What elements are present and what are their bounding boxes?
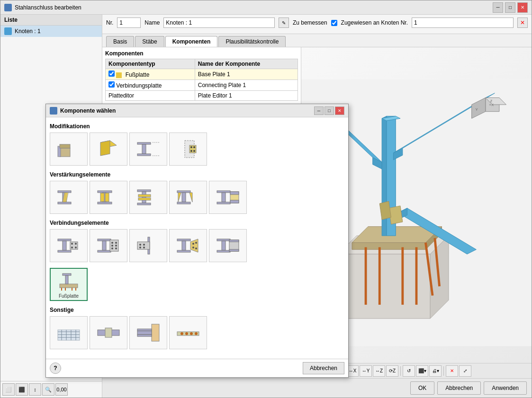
svg-marker-69: [178, 193, 181, 202]
svg-rect-134: [137, 331, 152, 335]
form-area: Nr. Name ✎ Zu bemessen Zugewiesen an Kno…: [102, 15, 532, 34]
view-btn-1[interactable]: ⬜: [2, 383, 15, 396]
dialog-cancel-button[interactable]: Abbrechen: [303, 362, 344, 374]
so-icon-3[interactable]: [129, 316, 167, 349]
fp-label-1: Fußplatte: [59, 293, 79, 299]
list-header: Liste: [0, 15, 102, 26]
section-modifikationen: Modifikationen: [50, 123, 344, 130]
name-label: Name: [144, 19, 160, 26]
col-name-header: Name der Komponente: [195, 59, 298, 69]
dialog-close-btn[interactable]: ✕: [335, 106, 344, 115]
vp-expand-btn[interactable]: ⤢: [459, 365, 471, 377]
vs-icon-3[interactable]: [129, 181, 167, 214]
svg-point-108: [195, 248, 197, 249]
icon-grid-verbindung: [50, 229, 344, 262]
row-check-1[interactable]: [108, 71, 115, 77]
vp-y-btn[interactable]: ↔Y: [360, 365, 372, 377]
col-type-header: Komponententyp: [106, 59, 195, 69]
row-type-3: Platteditor: [106, 91, 195, 101]
so-icon-1[interactable]: [50, 316, 88, 349]
icon-grid-fussplatte: Fußplatte: [50, 268, 344, 301]
tab-staebe[interactable]: Stäbe: [135, 36, 164, 47]
vb-icon-1[interactable]: [50, 229, 88, 262]
icon-grid-modifikationen: [50, 133, 344, 166]
svg-point-89: [111, 242, 113, 244]
view-btn-3[interactable]: ↕: [29, 383, 41, 396]
tab-plausibilitaet[interactable]: Plausibilitätskontrolle: [218, 36, 286, 47]
svg-point-81: [71, 243, 73, 245]
vp-iso-btn[interactable]: ⟳Z: [386, 365, 398, 377]
svg-point-139: [185, 332, 188, 335]
vp-clear-btn[interactable]: ✕: [446, 365, 458, 377]
vp-print-btn[interactable]: 🖨▾: [429, 365, 442, 377]
svg-point-141: [195, 332, 198, 335]
svg-rect-67: [182, 193, 186, 202]
edit-button[interactable]: ✎: [279, 18, 289, 28]
vb-icon-5[interactable]: [209, 229, 247, 262]
svg-rect-36: [60, 148, 70, 157]
zugewiesen-input[interactable]: [412, 18, 514, 28]
dialog-controls: ─ □ ✕: [314, 106, 344, 115]
svg-rect-43: [137, 154, 151, 156]
fp-icon-1[interactable]: Fußplatte: [50, 268, 88, 301]
vb-icon-4[interactable]: [169, 229, 207, 262]
title-controls: ─ □ ✕: [493, 2, 528, 13]
vs-icon-4[interactable]: [169, 181, 207, 214]
mod-icon-1[interactable]: [50, 133, 88, 166]
search-btn[interactable]: 🔍: [42, 383, 54, 396]
components-table: Komponententyp Name der Komponente Fu: [105, 59, 298, 101]
dialog-maximize-btn[interactable]: □: [325, 106, 334, 115]
svg-point-97: [139, 244, 141, 246]
ok-button[interactable]: OK: [410, 381, 434, 395]
svg-point-83: [71, 247, 73, 248]
tab-basis[interactable]: Basis: [106, 36, 134, 47]
tabs-bar: Basis Stäbe Komponenten Plausibilitätsko…: [102, 34, 532, 47]
tab-komponenten[interactable]: Komponenten: [165, 36, 218, 47]
svg-rect-135: [137, 329, 152, 331]
table-row: Platteditor Plate Editor 1: [106, 91, 298, 101]
zu-bemessen-checkbox[interactable]: [331, 20, 337, 26]
svg-marker-40: [100, 141, 110, 156]
dialog-help-button[interactable]: ?: [50, 363, 61, 374]
vs-icon-5[interactable]: [209, 181, 247, 214]
svg-point-100: [143, 247, 145, 248]
vp-z-btn[interactable]: ↔Z: [373, 365, 385, 377]
svg-rect-59: [100, 193, 104, 202]
vp-render-btn[interactable]: ⬛▾: [416, 365, 428, 377]
cancel-action-button[interactable]: Abbrechen: [437, 381, 481, 395]
dialog-minimize-btn[interactable]: ─: [314, 106, 324, 115]
number-btn[interactable]: 0,00: [55, 383, 68, 396]
vs-icon-1[interactable]: [50, 181, 88, 214]
mod-icon-4[interactable]: [169, 133, 207, 166]
name-input[interactable]: [163, 18, 275, 28]
svg-point-93: [111, 248, 113, 249]
svg-rect-110: [222, 241, 225, 250]
mod-icon-2[interactable]: [90, 133, 127, 166]
vb-icon-2[interactable]: [90, 229, 127, 262]
maximize-button[interactable]: □: [505, 2, 515, 13]
mod-icon-3[interactable]: [129, 133, 167, 166]
svg-rect-136: [137, 335, 152, 336]
nr-input[interactable]: [117, 18, 141, 28]
svg-rect-86: [102, 241, 106, 250]
svg-point-98: [143, 244, 145, 246]
svg-point-90: [115, 242, 117, 244]
svg-rect-88: [110, 240, 118, 251]
delete-button[interactable]: ✕: [517, 18, 528, 28]
svg-rect-66: [177, 191, 190, 193]
so-icon-4[interactable]: [169, 316, 207, 349]
svg-rect-75: [230, 192, 239, 195]
so-icon-2[interactable]: [90, 316, 127, 349]
left-toolbar: ⬜ ⬛ ↕ 🔍 0,00: [0, 381, 102, 398]
row-check-2[interactable]: [108, 81, 115, 88]
list-item[interactable]: Knoten : 1: [0, 26, 102, 37]
vp-orbit-btn[interactable]: ↺: [403, 365, 415, 377]
vp-sep-2: [400, 366, 401, 376]
vb-icon-3[interactable]: [129, 229, 167, 262]
vs-icon-2[interactable]: [90, 181, 127, 214]
node-icon: [4, 27, 12, 35]
minimize-button[interactable]: ─: [493, 2, 503, 13]
view-btn-2[interactable]: ⬛: [16, 383, 28, 396]
close-button[interactable]: ✕: [517, 2, 528, 13]
apply-button[interactable]: Anwenden: [484, 381, 527, 395]
